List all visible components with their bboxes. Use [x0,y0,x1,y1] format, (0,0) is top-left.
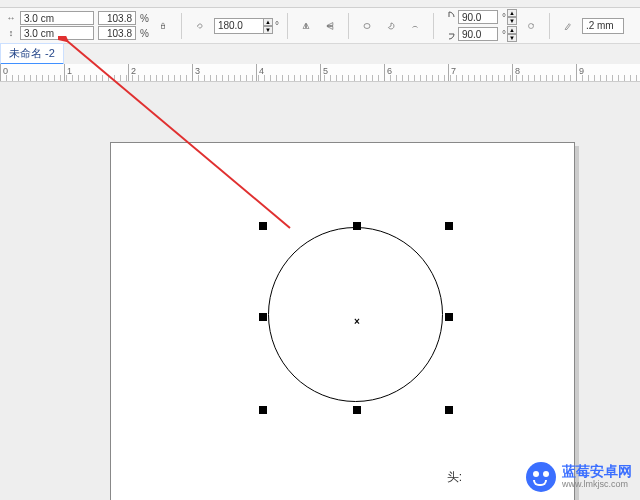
angle-group: ° ▲ ▼ ° ▲ ▼ [442,9,517,42]
separator-5 [549,13,550,39]
scale-group: % % [98,11,149,40]
footer-label: 头: [447,469,462,486]
ruler-label: 8 [515,66,520,76]
deg-unit-2: ° [502,29,506,40]
ruler-tick: 6 [384,64,448,81]
width-icon: ↔ [4,13,18,23]
degree-unit-rot: ° [275,20,279,31]
percent-unit-x: % [140,13,149,24]
separator-2 [287,13,288,39]
ruler-tick: 1 [64,64,128,81]
angle2-spinner: ▲ ▼ [507,26,517,42]
start-angle-icon [442,12,456,22]
mirror-vertical-button[interactable] [320,16,340,36]
end-angle-input[interactable] [458,27,498,41]
top-empty-bar [0,0,640,8]
end-angle-row: ° ▲ ▼ [442,26,517,42]
ruler-tick: 8 [512,64,576,81]
selection-handle-w[interactable] [259,313,267,321]
property-toolbar: ↔ ↕ % % ▲ ▼ ° [0,8,640,44]
selection-center-marker[interactable]: × [354,316,360,327]
outline-width-input[interactable] [582,18,624,34]
scale-x-input[interactable] [98,11,136,25]
outline-width-field [582,18,624,34]
selection-handle-s[interactable] [353,406,361,414]
selection-handle-se[interactable] [445,406,453,414]
horizontal-ruler: 0 1 2 3 4 5 6 7 8 9 [0,64,640,82]
document-tab[interactable]: 未命名 -2 [0,43,64,65]
deg-unit-1: ° [502,12,506,23]
ruler-label: 4 [259,66,264,76]
mirror-horizontal-button[interactable] [296,16,316,36]
height-row: ↕ [4,26,94,40]
watermark-en: www.lmkjsc.com [562,480,632,490]
end-angle-icon [442,29,456,39]
watermark: 蓝莓安卓网 www.lmkjsc.com [526,462,632,492]
object-width-input[interactable] [20,11,94,25]
percent-unit-y: % [140,28,149,39]
lock-ratio-button[interactable] [153,16,173,36]
selection-handle-sw[interactable] [259,406,267,414]
start-angle-row: ° ▲ ▼ [442,9,517,25]
width-row: ↔ [4,11,94,25]
angle2-down[interactable]: ▼ [507,34,517,42]
separator-3 [348,13,349,39]
separator-1 [181,13,182,39]
angle1-up[interactable]: ▲ [507,9,517,17]
ruler-tick: 7 [448,64,512,81]
svg-rect-0 [161,25,164,28]
rotation-down[interactable]: ▼ [263,26,273,34]
ellipse-shape-button[interactable] [357,16,377,36]
watermark-cn: 蓝莓安卓网 [562,464,632,479]
ruler-tick: 5 [320,64,384,81]
pie-shape-button[interactable] [381,16,401,36]
direction-toggle-button[interactable] [521,16,541,36]
rotate-icon[interactable] [190,16,210,36]
ruler-label: 0 [3,66,8,76]
svg-point-4 [528,23,533,28]
rotation-spinner: ▲ ▼ [263,18,273,34]
angle1-down[interactable]: ▼ [507,17,517,25]
selection-handle-e[interactable] [445,313,453,321]
outline-pen-icon [558,16,578,36]
rotation-field: ▲ ▼ ° [214,18,279,34]
ruler-label: 7 [451,66,456,76]
ruler-label: 2 [131,66,136,76]
ruler-tick: 3 [192,64,256,81]
ruler-tick: 0 [0,64,64,81]
drawing-page[interactable]: × [110,142,575,500]
watermark-logo-icon [526,462,556,492]
ruler-label: 5 [323,66,328,76]
scale-y-input[interactable] [98,26,136,40]
selection-handle-nw[interactable] [259,222,267,230]
ruler-label: 3 [195,66,200,76]
ruler-label: 6 [387,66,392,76]
object-height-input[interactable] [20,26,94,40]
selection-handle-ne[interactable] [445,222,453,230]
rotation-up[interactable]: ▲ [263,18,273,26]
rotation-input[interactable] [214,18,264,34]
selection-handle-n[interactable] [353,222,361,230]
angle2-up[interactable]: ▲ [507,26,517,34]
ruler-tick: 9 [576,64,640,81]
angle1-spinner: ▲ ▼ [507,9,517,25]
svg-point-3 [364,23,370,28]
watermark-text: 蓝莓安卓网 www.lmkjsc.com [562,464,632,489]
separator-4 [433,13,434,39]
arc-shape-button[interactable] [405,16,425,36]
scale-x-row: % [98,11,149,25]
ruler-label: 1 [67,66,72,76]
ruler-label: 9 [579,66,584,76]
ruler-tick: 2 [128,64,192,81]
selected-circle-object[interactable] [268,227,443,402]
dimension-group: ↔ ↕ [4,11,94,40]
start-angle-input[interactable] [458,10,498,24]
scale-y-row: % [98,26,149,40]
ruler-tick: 4 [256,64,320,81]
canvas-area[interactable]: × [0,82,640,500]
height-icon: ↕ [4,28,18,38]
document-tab-bar: 未命名 -2 [0,44,640,64]
